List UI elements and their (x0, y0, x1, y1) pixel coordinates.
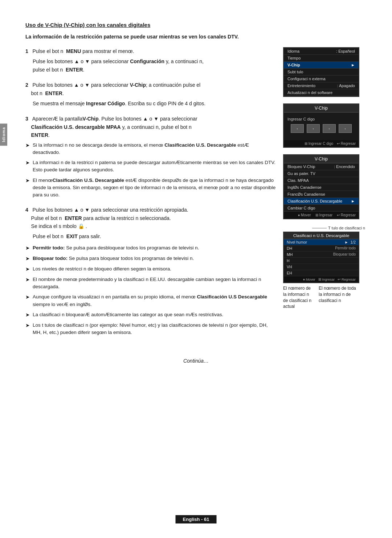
pin-footer-return: ↩ Regresar (337, 142, 356, 146)
vchip-item-mpaa: Clas. MPAA (284, 177, 359, 184)
step1-text: 1 Pulse el bot n MENU para mostrar el me… (25, 47, 276, 55)
classif-footer-ingresar: ⊞ Ingresar (318, 277, 335, 281)
classif-footer: ♦ Mover ⊞ Ingresar ↩ Regresar (284, 276, 359, 282)
classif-header: Clasificaci n U.S. Descargable (284, 232, 359, 239)
classif-title-line (312, 228, 327, 228)
menu-vchip-settings: V-Chip Bloqueo V-Chip : Encendido Gu as … (283, 154, 359, 219)
menu-label-entret: Entretenimiento (287, 83, 315, 88)
menu-item-idioma: Idioma : Españeol (284, 48, 359, 55)
pin-footer-enter: ⊞ Ingresar C digo (305, 142, 333, 146)
vchip-value-bloqueo: : Encendido (334, 164, 355, 169)
classif-title-arrow-wrap: T tulo de clasificaci n (312, 226, 365, 230)
step3-arrow3-text: El menœClasificación U.S. Descargable es… (33, 177, 276, 199)
classif-content: Nivel humor ► 1/2 DH Permitir todo MH Bl… (284, 239, 359, 276)
vchip-item-frances: FrancØs Canadiense (284, 191, 359, 198)
classif-label-h: H (287, 258, 290, 263)
step4-arrow3-text: Los niveles de restricci n de bloqueo di… (33, 265, 276, 273)
classif-value-mh: Bloquear todo (333, 252, 356, 257)
step4-arrow6-text: La clasificaci n bloquearÆ automÆticamen… (33, 311, 276, 318)
step4-arrow4-text: El nombre de menœ predeterminado y la cl… (33, 276, 276, 291)
arrow-icon-4: ➤ (25, 244, 30, 252)
classif-label-dh: DH (287, 246, 292, 250)
step-4: 4 Pulse los botones ▲ o ▼ para seleccion… (25, 206, 276, 336)
vchip-footer-mover: ♦ Mover (298, 213, 311, 217)
vchip-header: V-Chip (284, 155, 359, 163)
pin-dot-4: · (339, 124, 352, 133)
arrow-icon-1: ➤ (25, 142, 30, 149)
vchip-label-mpaa: Clas. MPAA (287, 178, 309, 183)
step3-arrow2-text: La informaci n de la restricci n paterna… (33, 159, 276, 174)
vchip-footer-ingresar: ⊞ Ingresar (315, 213, 332, 217)
menu-classification: Clasificaci n U.S. Descargable Nivel hum… (283, 232, 359, 283)
vchip-item-ingles: InglØs Canadiense (284, 184, 359, 191)
arrow-icon-2: ➤ (25, 159, 30, 167)
menu-value-entret: : Apagado (337, 83, 355, 88)
menu-item-subtitulo: Subt tulo (284, 69, 359, 76)
menu-item-actualizacion: Actualizaci n del software (284, 89, 359, 96)
vchip-label-bloqueo: Bloqueo V-Chip (287, 164, 315, 169)
menu-label-subtitulo: Subt tulo (287, 70, 303, 74)
step2-indent: Se muestra el mensaje Ingresar Código. E… (33, 99, 276, 107)
pin-dot-3: · (323, 124, 336, 133)
arrow-icon-9: ➤ (25, 311, 30, 319)
pin-label: Ingresar C digo (287, 117, 355, 121)
menu-item-vchip: V-Chip ► (284, 62, 359, 69)
classif-label-mh: MH (287, 252, 293, 257)
step-2: 2 Pulse los botones ▲ o ▼ para seleccion… (25, 81, 276, 107)
vchip-footer: ♦ Mover ⊞ Ingresar ↩ Regresar (284, 212, 359, 219)
content-area: 1 Pulse el bot n MENU para mostrar el me… (25, 47, 367, 343)
arrow-icon-3: ➤ (25, 177, 30, 184)
classif-items: Nivel humor ► 1/2 DH Permitir todo MH Bl… (284, 239, 359, 276)
menu-label-tiempo: Tiempo (287, 56, 301, 60)
vchip-item-cambiar: Cambiar C digo (284, 205, 359, 212)
menu-pin-entry: V-Chip Ingresar C digo · · · · ⊞ Ingresa… (283, 103, 359, 148)
step3-arrow3: ➤ El menœClasificación U.S. Descargable … (25, 177, 276, 199)
vchip-item-descargable: Clasificación U.S. Descargable ► (284, 198, 359, 205)
pin-footer: ⊞ Ingresar C digo ↩ Regresar (284, 140, 359, 147)
step4-arrow2: ➤ Bloquear todo: Se pulsa para bloquear … (25, 255, 276, 262)
classif-label-eh: EH (287, 271, 292, 275)
continua-text: Continúa… (25, 358, 367, 364)
step4-arrow4: ➤ El nombre de menœ predeterminado y la … (25, 276, 276, 291)
step4-number: 4 (25, 207, 28, 213)
menu-value-vchip: ► (351, 63, 355, 67)
arrow-icon-6: ➤ (25, 265, 30, 273)
arrow-icon-7: ➤ (25, 276, 30, 284)
classif-label-vh: VH (287, 265, 292, 269)
step4-arrow5-text: Aunque configure la visualizaci n en pan… (33, 293, 276, 308)
step1-indent: Pulse los botones ▲ o ▼ para seleccionar… (33, 57, 276, 74)
menu-item-tiempo: Tiempo (284, 55, 359, 62)
menu-item-entret: Entretenimiento : Apagado (284, 82, 359, 89)
vchip-item-bloqueo: Bloqueo V-Chip : Encendido (284, 163, 359, 170)
step4-arrow6: ➤ La clasificaci n bloquearÆ automÆticam… (25, 311, 276, 319)
arrow-icon-8: ➤ (25, 293, 30, 301)
classif-item-h: H (284, 258, 359, 264)
menu-label-config-ext: Configuraci n externa (287, 77, 326, 81)
note-actual: El nœmero dela informaci nde clasificaci… (283, 285, 311, 310)
note-total: El nœmero de todala informaci n declasif… (319, 285, 356, 310)
step3-arrow2: ➤ La informaci n de la restricci n pater… (25, 159, 276, 174)
classif-item-eh: EH (284, 270, 359, 276)
step-1: 1 Pulse el bot n MENU para mostrar el me… (25, 47, 276, 74)
classif-footer-regresar: ↩ Regresar (338, 277, 356, 281)
vchip-label-frances: FrancØs Canadiense (287, 192, 325, 196)
step4-arrow7-text: Los t tulos de clasificaci n (por ejempl… (33, 322, 276, 337)
step4-arrow3: ➤ Los niveles de restricci n de bloqueo … (25, 265, 276, 273)
page-container: Idioma Uso de V-Chip (V-Chip) con los ca… (0, 0, 392, 538)
step2-number: 2 (25, 82, 28, 88)
main-title: Uso de V-Chip (V-Chip) con los canales d… (25, 22, 367, 28)
step1-number: 1 (25, 48, 28, 54)
pin-body: Ingresar C digo · · · · (284, 113, 359, 140)
vchip-label-descargable: Clasificación U.S. Descargable (287, 199, 342, 203)
menu-label-actualizacion: Actualizaci n del software (287, 90, 332, 95)
step4-arrow1: ➤ Permitir todo: Se pulsa para desbloque… (25, 244, 276, 252)
classif-value-nivel: ► 1/2 (344, 240, 356, 244)
vchip-label-guias: Gu as pater. TV (287, 171, 315, 176)
step4-arrow7: ➤ Los t tulos de clasificaci n (por ejem… (25, 322, 276, 337)
classif-title-label: T tulo de clasificaci n (328, 226, 365, 230)
left-column: 1 Pulse el bot n MENU para mostrar el me… (25, 47, 276, 343)
pin-dot-1: · (291, 124, 304, 133)
vchip-footer-regresar: ↩ Regresar (337, 213, 356, 217)
classif-label-area: T tulo de clasificaci n (283, 226, 367, 230)
classif-item-nivel: Nivel humor ► 1/2 (284, 239, 359, 245)
